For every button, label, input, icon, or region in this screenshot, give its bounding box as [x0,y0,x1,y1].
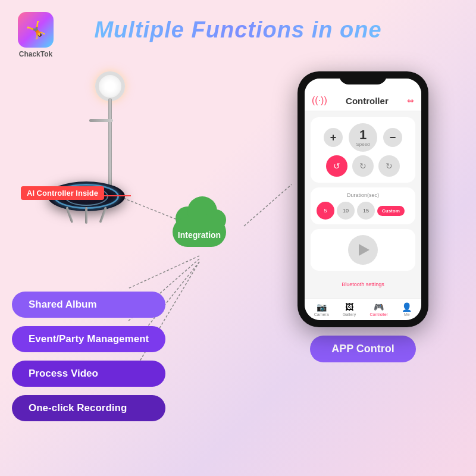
main-title: Multiple Functions in one [60,18,416,43]
app-control-label: APP Control [310,336,416,362]
direction-row: ↺ ↻ ↻ [326,155,400,177]
phone-outer: ((·)) Controller ⇔ + 1 Speed [298,71,428,327]
gallery-icon: 🖼 [345,302,353,312]
feature-one-click[interactable]: One-click Recording [12,395,165,421]
expand-icon[interactable]: ⇔ [407,96,414,105]
features-area: Shared Album Event/Party Management Proc… [12,292,165,421]
me-icon: 👤 [402,302,412,312]
logo-icon: 🤸 [18,12,54,48]
minus-button[interactable]: − [383,128,402,147]
dur-10[interactable]: 10 [337,202,355,220]
ring-light [95,71,125,101]
nav-camera[interactable]: 📷 Camera [314,302,329,317]
dir-btn-ccw[interactable]: ↺ [326,155,347,177]
bluetooth-area: Bluetooth settings [311,275,415,291]
nav-controller[interactable]: 🎮 Controller [370,302,388,317]
dir-btn-alt[interactable]: ↻ [378,155,400,177]
feature-event-party[interactable]: Event/Party Management [12,326,165,352]
speed-display: 1 Speed [349,123,377,152]
nav-me[interactable]: 👤 Me [402,302,412,317]
speed-value: 1 [359,129,367,142]
device-area: AI Controller Inside [18,71,161,238]
dur-custom[interactable]: Custom [377,206,405,216]
stand-legs [54,207,119,225]
logo-text: ChackTok [19,50,52,58]
header: 🤸 ChackTok Multiple Functions in one [0,6,476,64]
cloud-label: Integration [167,230,232,240]
left-section: AI Controller Inside Integration Shared … [0,65,250,476]
title-area: Multiple Functions in one [60,12,416,43]
content: AI Controller Inside Integration Shared … [0,65,476,476]
nav-controller-label: Controller [370,312,388,317]
phone-notch [339,71,387,84]
nav-camera-label: Camera [314,312,329,317]
speed-control: + 1 Speed − ↺ ↻ ↻ [311,117,415,183]
phone-container: ((·)) Controller ⇔ + 1 Speed [298,71,428,327]
phone-screen: ((·)) Controller ⇔ + 1 Speed [305,79,421,320]
plus-button[interactable]: + [324,128,343,147]
ai-label-line [104,195,131,196]
dir-btn-cw[interactable]: ↻ [352,155,374,177]
cloud-shape: Integration [167,205,232,247]
stand-leg-3 [99,206,107,223]
nav-me-label: Me [404,312,410,317]
stand-leg-2 [85,207,87,224]
play-button[interactable] [348,235,378,265]
speed-label: Speed [356,142,369,147]
app-body: + 1 Speed − ↺ ↻ ↻ [305,111,421,297]
feature-process-video[interactable]: Process Video [12,361,165,387]
controller-title: Controller [346,96,389,106]
duration-btns: 5 10 15 Custom [317,202,409,220]
dur-15[interactable]: 15 [357,202,375,220]
ai-label-text: AI Controller Inside [21,186,104,200]
logo-area: 🤸 ChackTok [12,12,60,58]
stand-arm [89,119,113,122]
feature-shared-album[interactable]: Shared Album [12,292,165,318]
right-section: ((·)) Controller ⇔ + 1 Speed [250,65,476,476]
camera-icon: 📷 [317,302,327,312]
nav-gallery[interactable]: 🖼 Gallery [343,302,356,317]
duration-section: Duration(sec) 5 10 15 Custom [311,187,415,224]
play-icon [359,244,369,256]
controller-icon: 🎮 [374,302,384,312]
nav-gallery-label: Gallery [343,312,356,317]
signal-icon: ((·)) [312,95,327,106]
play-section [311,229,415,271]
stand-pole [108,98,112,193]
bottom-nav: 📷 Camera 🖼 Gallery 🎮 Controller 👤 [305,298,421,320]
integration-cloud: Integration [167,202,232,250]
speed-row: + 1 Speed − [324,123,402,152]
bluetooth-text[interactable]: Bluetooth settings [342,281,384,287]
ai-label-area: AI Controller Inside [21,187,104,198]
stand-leg-1 [65,206,73,223]
dur-5[interactable]: 5 [317,202,334,220]
duration-label: Duration(sec) [317,192,409,198]
